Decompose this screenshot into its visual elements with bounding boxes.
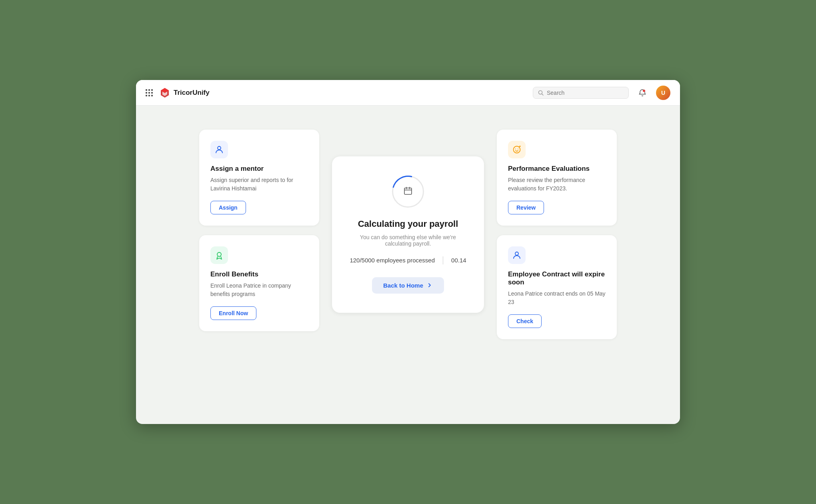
performance-eval-card: Performance Evaluations Please review th… [497,130,617,226]
search-icon [538,90,544,96]
svg-point-3 [218,146,221,150]
left-column: Assign a mentor Assign superior and repo… [199,130,319,339]
assign-mentor-title: Assign a mentor [210,165,308,173]
right-column: Performance Evaluations Please review th… [497,130,617,339]
calendar-icon [403,186,413,196]
svg-point-12 [520,146,520,147]
enroll-benefits-icon-wrap [210,246,228,264]
payroll-time: 00.14 [451,257,466,264]
center-column: Calculating your payroll You can do some… [332,130,484,339]
employee-contract-icon-wrap [508,246,526,264]
chevron-right-icon [426,282,433,288]
assign-button[interactable]: Assign [210,201,246,214]
payroll-stats: 120/5000 employees processed 00.14 [346,256,470,264]
main-content: Assign a mentor Assign superior and repo… [136,106,680,363]
brand-logo-icon [159,87,170,98]
payroll-subtitle: You can do something else while we're ca… [346,234,470,247]
back-to-home-label: Back to Home [383,282,423,289]
back-to-home-button[interactable]: Back to Home [372,277,444,294]
svg-point-10 [515,149,516,150]
check-button[interactable]: Check [508,314,542,328]
svg-point-11 [518,149,518,150]
svg-rect-5 [404,188,412,194]
assign-mentor-card: Assign a mentor Assign superior and repo… [199,130,319,226]
brand: TricorUnify [159,87,526,98]
svg-point-4 [217,252,221,256]
assign-mentor-desc: Assign superior and reports to for Lavir… [210,176,308,193]
notification-bell-icon[interactable] [635,86,650,100]
payroll-loader [392,176,424,208]
enroll-now-button[interactable]: Enroll Now [210,306,256,320]
svg-point-9 [514,146,520,153]
brand-name: TricorUnify [174,89,210,97]
assign-mentor-icon-wrap [210,141,228,158]
performance-eval-title: Performance Evaluations [508,165,606,173]
search-bar[interactable] [533,87,629,99]
enroll-benefits-title: Enroll Benefits [210,270,308,278]
stats-divider [443,256,443,264]
payroll-title: Calculating your payroll [346,219,470,229]
enroll-benefits-card: Enroll Benefits Enroll Leona Patrice in … [199,235,319,331]
employee-contract-desc: Leona Patrice contract ends on 05 May 23 [508,290,606,306]
svg-point-13 [515,252,518,255]
employee-contract-title: Employee Contract will expire soon [508,270,606,286]
person-icon [215,145,224,154]
performance-eval-desc: Please review the performance evaluation… [508,176,606,193]
award-icon [215,251,224,260]
svg-point-2 [643,90,645,92]
enroll-benefits-desc: Enroll Leona Patrice in company benefits… [210,282,308,298]
search-input[interactable] [547,90,624,96]
review-button[interactable]: Review [508,201,544,214]
performance-eval-icon-wrap [508,141,526,158]
employee-contract-card: Employee Contract will expire soon Leona… [497,235,617,339]
grid-menu-icon[interactable] [146,89,153,96]
user-avatar[interactable]: U [656,86,670,100]
person-contract-icon [512,251,521,260]
payroll-card: Calculating your payroll You can do some… [332,156,484,313]
svg-line-1 [542,94,544,95]
emoji-icon [512,145,521,154]
employees-processed-label: 120/5000 employees processed [350,257,435,264]
navbar: TricorUnify U [136,80,680,106]
